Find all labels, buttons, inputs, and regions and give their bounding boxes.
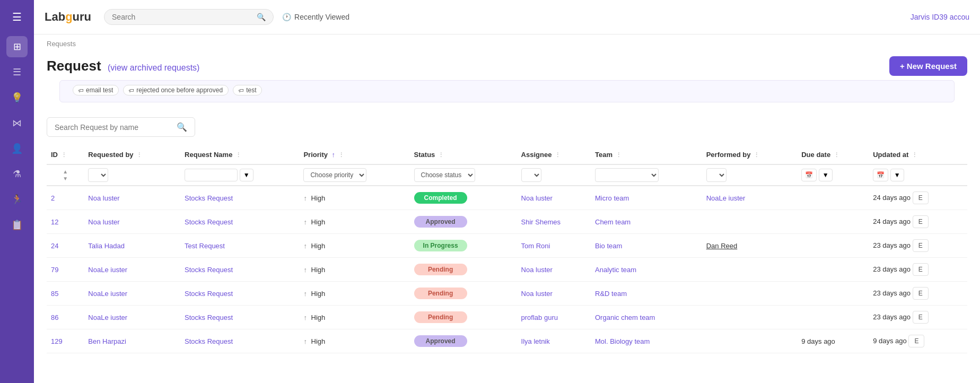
requested-by-link[interactable]: NoaLe iuster [88, 314, 127, 321]
row-edit-btn[interactable]: E [913, 287, 929, 300]
performed-by-link[interactable]: Dan Reed [706, 242, 738, 250]
request-name-link[interactable]: Stocks Request [185, 314, 233, 321]
tag-rejected[interactable]: rejected once before approved [123, 85, 229, 95]
search-input[interactable] [112, 13, 252, 21]
requested-by-link[interactable]: NoaLe iuster [88, 290, 127, 298]
table-search-input[interactable] [55, 123, 172, 132]
row-id-link[interactable]: 24 [51, 242, 58, 250]
team-link[interactable]: Bio team [595, 242, 622, 250]
row-id-link[interactable]: 12 [51, 218, 58, 226]
col-request-name-menu[interactable]: ⋮ [235, 152, 241, 158]
archive-link[interactable]: (view archived requests) [108, 63, 199, 72]
hamburger-menu[interactable]: ☰ [8, 6, 26, 28]
col-due-date-menu[interactable]: ⋮ [834, 152, 839, 158]
priority-sort-icon[interactable]: ↑ [332, 151, 336, 159]
requested-by-link[interactable]: Ben Harpazi [88, 337, 126, 345]
requested-by-filter[interactable] [88, 168, 108, 182]
assignee-link[interactable]: Shir Shemes [521, 218, 561, 226]
assignee-link[interactable]: Noa luster [521, 194, 553, 202]
col-requested-by-menu[interactable]: ⋮ [136, 152, 142, 158]
row-edit-btn[interactable]: E [908, 335, 924, 347]
search-box[interactable]: 🔍 [104, 9, 274, 25]
row-edit-btn[interactable]: E [913, 192, 929, 204]
sidebar-item-dashboard[interactable]: ⊞ [6, 36, 28, 57]
table-search-box[interactable]: 🔍 [47, 117, 195, 137]
status-badge: Approved [414, 216, 467, 228]
col-id-menu[interactable]: ⋮ [61, 152, 67, 158]
requested-by-link[interactable]: Noa luster [88, 218, 119, 226]
team-link[interactable]: Organic chem team [595, 314, 655, 321]
col-team-menu[interactable]: ⋮ [616, 152, 622, 158]
row-edit-btn[interactable]: E [913, 215, 929, 228]
request-name-link[interactable]: Stocks Request [185, 218, 233, 226]
id-sort-asc[interactable]: ▲ [51, 169, 80, 175]
sports-icon: 🏃 [11, 194, 23, 205]
col-assignee-menu[interactable]: ⋮ [555, 152, 561, 158]
team-filter[interactable] [595, 168, 659, 182]
dashboard-icon: ⊞ [13, 41, 21, 53]
team-link[interactable]: Chem team [595, 218, 631, 226]
col-status-menu[interactable]: ⋮ [438, 152, 444, 158]
requested-by-link[interactable]: NoaLe iuster [88, 266, 127, 274]
sidebar-item-sports[interactable]: 🏃 [6, 189, 28, 210]
team-link[interactable]: Micro team [595, 194, 629, 202]
filter-id: ▲ ▼ [47, 164, 84, 186]
row-id-link[interactable]: 85 [51, 290, 58, 298]
sidebar-item-book[interactable]: 📋 [6, 214, 28, 236]
sidebar-item-bulb[interactable]: 💡 [6, 87, 28, 108]
col-performed-by-menu[interactable]: ⋮ [754, 152, 759, 158]
request-name-filter[interactable] [185, 169, 238, 181]
page-title: Request [47, 58, 101, 74]
sidebar-item-list[interactable]: ☰ [6, 62, 28, 83]
assignee-link[interactable]: Tom Roni [521, 242, 550, 250]
row-edit-btn[interactable]: E [913, 311, 929, 324]
request-name-link[interactable]: Test Request [185, 242, 225, 250]
updated-at-filter-btn[interactable]: ▼ [890, 169, 904, 181]
col-priority-menu[interactable]: ⋮ [338, 152, 344, 158]
row-edit-btn[interactable]: E [913, 263, 929, 276]
cell-status: In Progress [410, 234, 517, 258]
tag-test[interactable]: test [233, 85, 262, 95]
request-name-filter-btn[interactable]: ▼ [240, 169, 253, 181]
request-name-link[interactable]: Stocks Request [185, 194, 233, 202]
performed-by-filter[interactable] [706, 168, 727, 182]
sidebar-item-network[interactable]: ⋈ [6, 112, 28, 134]
cell-updated-at: 24 days ago E [869, 210, 967, 234]
sidebar-item-person[interactable]: 👤 [6, 138, 28, 159]
request-name-link[interactable]: Stocks Request [185, 337, 233, 345]
due-date-calendar-btn[interactable]: 📅 [801, 169, 817, 181]
table-row: 129 Ben Harpazi Stocks Request ↑ High Ap… [47, 329, 967, 353]
requested-by-link[interactable]: Noa luster [88, 194, 119, 202]
tag-email-test[interactable]: email test [73, 85, 119, 95]
col-updated-at: Updated at ⋮ [869, 145, 967, 164]
assignee-link[interactable]: proflab guru [521, 314, 558, 321]
team-link[interactable]: R&D team [595, 290, 627, 298]
col-updated-at-menu[interactable]: ⋮ [912, 152, 917, 158]
topbar: Labguru 🔍 🕐 Recently Viewed Jarvis ID39 … [34, 0, 980, 34]
updated-at-calendar-btn[interactable]: 📅 [873, 169, 888, 181]
row-edit-btn[interactable]: E [913, 239, 929, 252]
request-name-link[interactable]: Stocks Request [185, 266, 233, 274]
sidebar-item-flask[interactable]: ⚗ [6, 163, 28, 185]
assignee-link[interactable]: Ilya letnik [521, 337, 550, 345]
cell-id: 129 [47, 329, 84, 353]
status-filter[interactable]: Choose status Completed Approved In Prog… [414, 168, 475, 182]
row-id-link[interactable]: 79 [51, 266, 58, 274]
assignee-link[interactable]: Noa luster [521, 266, 553, 274]
row-id-link[interactable]: 86 [51, 314, 58, 321]
team-link[interactable]: Analytic team [595, 266, 636, 274]
assignee-filter[interactable] [521, 168, 541, 182]
due-date-filter-btn[interactable]: ▼ [819, 169, 833, 181]
priority-filter[interactable]: Choose priority High Medium Low [303, 168, 366, 182]
row-id-link[interactable]: 129 [51, 337, 63, 345]
row-id-link[interactable]: 2 [51, 194, 55, 202]
requested-by-link[interactable]: Talia Hadad [88, 242, 125, 250]
team-link[interactable]: Mol. Biology team [595, 337, 650, 345]
new-request-button[interactable]: + New Request [889, 56, 967, 76]
recently-viewed-btn[interactable]: 🕐 Recently Viewed [282, 13, 349, 21]
account-link[interactable]: Jarvis ID39 accou [911, 13, 969, 21]
id-sort-desc[interactable]: ▼ [51, 176, 80, 182]
assignee-link[interactable]: Noa luster [521, 290, 553, 298]
request-name-link[interactable]: Stocks Request [185, 290, 233, 298]
performed-by-link[interactable]: NoaLe iuster [706, 194, 746, 202]
